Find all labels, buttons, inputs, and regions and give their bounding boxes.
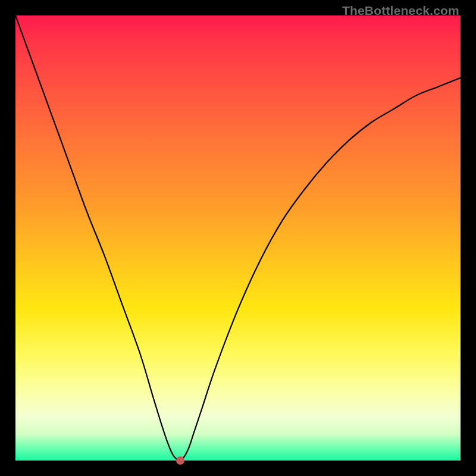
plot-gradient-background <box>15 15 461 461</box>
watermark-text: TheBottleneck.com <box>342 4 459 18</box>
chart-frame: TheBottleneck.com <box>0 0 476 476</box>
vertex-marker <box>176 456 184 465</box>
